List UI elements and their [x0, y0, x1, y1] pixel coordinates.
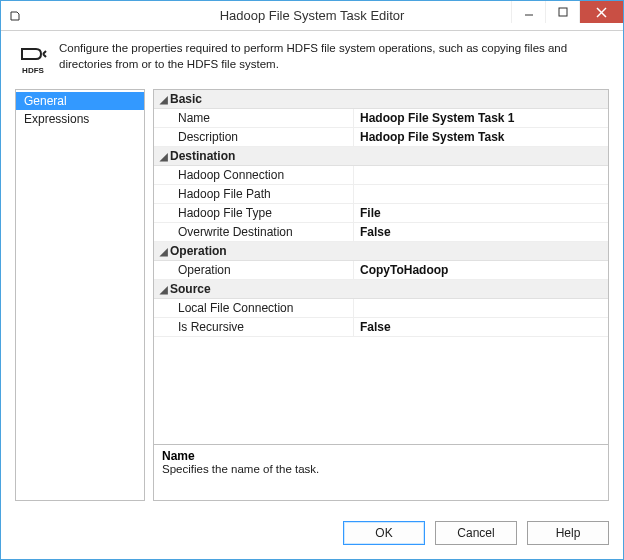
body-area: GeneralExpressions ◢BasicNameHadoop File… [1, 89, 623, 509]
property-row[interactable]: NameHadoop File System Task 1 [154, 109, 608, 128]
footer: OK Cancel Help [1, 509, 623, 559]
svg-rect-1 [559, 8, 567, 16]
description-panel: Name Specifies the name of the task. [153, 445, 609, 501]
description-title: Name [162, 449, 600, 463]
minimize-button[interactable] [511, 1, 545, 23]
category-label: Basic [170, 92, 202, 106]
property-row[interactable]: Local File Connection [154, 299, 608, 318]
category-label: Operation [170, 244, 227, 258]
property-row[interactable]: Hadoop Connection [154, 166, 608, 185]
header-description: Configure the properties required to per… [59, 41, 609, 72]
property-label: Is Recursive [154, 318, 354, 336]
property-label: Hadoop File Path [154, 185, 354, 203]
help-button[interactable]: Help [527, 521, 609, 545]
category-header-basic[interactable]: ◢Basic [154, 90, 608, 109]
property-label: Name [154, 109, 354, 127]
property-row[interactable]: Hadoop File Path [154, 185, 608, 204]
titlebar: Hadoop File System Task Editor [1, 1, 623, 31]
property-value[interactable]: CopyToHadoop [354, 261, 608, 279]
property-label: Operation [154, 261, 354, 279]
property-label: Overwrite Destination [154, 223, 354, 241]
app-icon [7, 7, 25, 25]
collapse-icon[interactable]: ◢ [158, 284, 170, 295]
collapse-icon[interactable]: ◢ [158, 151, 170, 162]
property-value[interactable]: Hadoop File System Task [354, 128, 608, 146]
category-header-source[interactable]: ◢Source [154, 280, 608, 299]
right-column: ◢BasicNameHadoop File System Task 1Descr… [153, 89, 609, 501]
category-header-destination[interactable]: ◢Destination [154, 147, 608, 166]
collapse-icon[interactable]: ◢ [158, 94, 170, 105]
property-grid[interactable]: ◢BasicNameHadoop File System Task 1Descr… [153, 89, 609, 445]
maximize-button[interactable] [545, 1, 579, 23]
property-value[interactable] [354, 166, 608, 184]
property-row[interactable]: Overwrite DestinationFalse [154, 223, 608, 242]
description-text: Specifies the name of the task. [162, 463, 600, 475]
property-row[interactable]: Is RecursiveFalse [154, 318, 608, 337]
property-label: Hadoop Connection [154, 166, 354, 184]
editor-window: Hadoop File System Task Editor HDFS Conf… [0, 0, 624, 560]
property-row[interactable]: Hadoop File TypeFile [154, 204, 608, 223]
category-header-operation[interactable]: ◢Operation [154, 242, 608, 261]
collapse-icon[interactable]: ◢ [158, 246, 170, 257]
property-row[interactable]: OperationCopyToHadoop [154, 261, 608, 280]
property-label: Description [154, 128, 354, 146]
property-label: Local File Connection [154, 299, 354, 317]
property-value[interactable]: File [354, 204, 608, 222]
hdfs-icon: HDFS [15, 41, 51, 77]
window-controls [511, 1, 623, 23]
property-value[interactable]: Hadoop File System Task 1 [354, 109, 608, 127]
property-value[interactable]: False [354, 318, 608, 336]
nav-item-general[interactable]: General [16, 92, 144, 110]
header-area: HDFS Configure the properties required t… [1, 31, 623, 79]
cancel-button[interactable]: Cancel [435, 521, 517, 545]
close-button[interactable] [579, 1, 623, 23]
property-label: Hadoop File Type [154, 204, 354, 222]
category-label: Destination [170, 149, 235, 163]
property-value[interactable] [354, 299, 608, 317]
nav-panel: GeneralExpressions [15, 89, 145, 501]
hdfs-icon-label: HDFS [22, 66, 44, 75]
property-value[interactable] [354, 185, 608, 203]
nav-item-expressions[interactable]: Expressions [16, 110, 144, 128]
property-row[interactable]: DescriptionHadoop File System Task [154, 128, 608, 147]
category-label: Source [170, 282, 211, 296]
property-value[interactable]: False [354, 223, 608, 241]
ok-button[interactable]: OK [343, 521, 425, 545]
